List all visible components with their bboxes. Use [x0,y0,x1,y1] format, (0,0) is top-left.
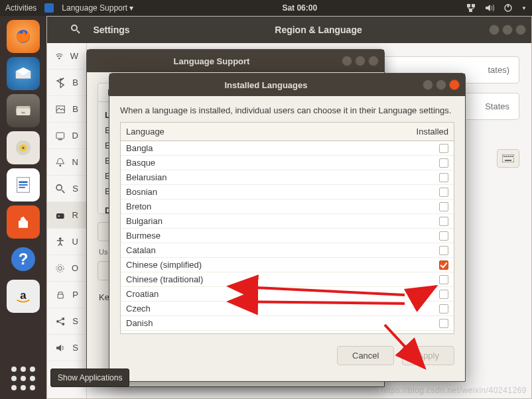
installed-languages-dialog: Installed Languages When a language is i… [109,73,466,382]
dock-rhythmbox-icon[interactable] [7,131,40,164]
dock-files-icon[interactable] [7,94,40,127]
svg-rect-45 [505,160,511,161]
installed-checkbox[interactable] [439,188,448,197]
sidebar-item-label: B [72,78,78,87]
installed-checkbox[interactable] [439,217,448,226]
dropdown-caret-icon: ▼ [521,5,527,11]
language-name: Chinese (simplified) [126,260,439,270]
activities-button[interactable]: Activities [5,3,36,13]
col-installed[interactable]: Installed [417,127,448,137]
dlg-close-button[interactable] [449,80,460,90]
language-row[interactable]: Catalan [121,243,454,258]
sidebar-item-privacy[interactable]: P [47,282,86,308]
sidebar-item-search[interactable]: S [47,176,86,202]
show-applications-button[interactable] [7,362,40,395]
svg-rect-41 [505,156,507,157]
sidebar-item-label: R [72,210,78,220]
sidebar-item-universal[interactable]: U [47,229,86,255]
language-list[interactable]: BanglaBasqueBelarusianBosnianBretonBulga… [121,141,454,331]
language-row[interactable]: Croatian [121,287,454,302]
language-row[interactable]: Bosnian [121,185,454,200]
language-row[interactable]: Burmese [121,229,454,243]
sidebar-item-label: W [70,51,78,61]
svg-rect-14 [19,184,27,186]
installed-checkbox[interactable] [439,246,448,255]
search-button[interactable] [70,24,81,36]
sidebar-item-dock[interactable]: D [47,123,86,149]
dock-amazon-icon[interactable]: a [7,280,40,313]
dock-libreoffice-writer-icon[interactable] [7,168,40,201]
apply-button[interactable]: Apply [402,346,454,365]
installed-checkbox[interactable] [439,144,448,153]
sidebar-item-bluetooth[interactable]: B [47,70,86,96]
language-row[interactable]: Chinese (traditional) [121,272,454,287]
minimize-button[interactable] [489,25,499,35]
language-row[interactable]: Basque [121,156,454,170]
installed-checkbox[interactable] [439,275,448,284]
ls-maximize-button[interactable] [355,56,366,66]
language-table: Language Installed BanglaBasqueBelarusia… [120,122,454,334]
network-indicator-icon[interactable] [466,3,476,13]
watermark: https://blog.csdn.net/weixin/40241269 [381,386,527,395]
sidebar-item-wifi[interactable]: W [47,43,86,70]
app-menu[interactable]: Language Support ▾ [62,3,133,13]
sidebar-item-online[interactable]: O [47,255,86,282]
language-row[interactable]: Breton [121,200,454,214]
power-indicator-icon[interactable] [503,3,513,13]
installed-checkbox[interactable] [439,290,448,299]
app-menu-icon [44,3,54,13]
svg-rect-39 [502,154,514,162]
installed-checkbox[interactable] [439,260,448,270]
sidebar-item-background[interactable]: B [47,96,86,123]
svg-rect-17 [21,217,23,221]
svg-point-32 [56,264,64,272]
language-row[interactable]: Belarusian [121,170,454,185]
dock-firefox-icon[interactable] [7,20,40,53]
panel-title: Region & Language [153,25,484,35]
svg-rect-42 [507,156,509,157]
cancel-button[interactable]: Cancel [337,346,394,365]
language-row[interactable]: Bulgarian [121,214,454,229]
sidebar-item-label: O [72,263,78,273]
dlg-maximize-button[interactable] [436,80,446,90]
col-language[interactable]: Language [126,127,417,137]
installed-checkbox[interactable] [439,158,448,168]
volume-indicator-icon[interactable] [484,3,495,13]
language-row[interactable]: Bangla [121,141,454,156]
svg-rect-44 [511,156,513,157]
installed-checkbox[interactable] [439,202,448,211]
language-row[interactable]: Danish [121,316,454,331]
close-button[interactable] [515,25,526,35]
dock-software-icon[interactable] [7,205,40,239]
dock-thunderbird-icon[interactable] [7,57,40,90]
dlg-minimize-button[interactable] [423,80,433,90]
installed-checkbox[interactable] [439,304,448,314]
maximize-button[interactable] [502,25,513,35]
sidebar-item-notifications[interactable]: N [47,149,86,176]
svg-point-22 [58,57,60,58]
sidebar-item-region[interactable]: R [47,202,86,229]
language-row[interactable]: Czech [121,302,454,316]
svg-rect-43 [509,156,511,157]
language-name: Croatian [126,289,439,299]
installed-checkbox[interactable] [439,231,448,241]
ls-minimize-button[interactable] [342,56,352,66]
dialog-title: Installed Languages [109,80,423,90]
sidebar-item-sharing[interactable]: S [47,308,86,335]
dock-help-icon[interactable]: ? [7,243,40,276]
svg-rect-0 [467,4,470,7]
svg-point-36 [62,323,64,325]
svg-point-21 [72,25,77,30]
sidebar-item-label: D [72,131,78,141]
installed-checkbox[interactable] [439,319,448,328]
clock[interactable]: Sat 06:00 [141,3,458,13]
svg-text:a: a [20,289,27,302]
language-row[interactable]: Chinese (simplified) [121,258,454,272]
svg-point-30 [59,237,62,240]
sidebar-item-sound[interactable]: S [47,335,86,361]
osk-button[interactable] [497,149,519,168]
ls-close-button[interactable] [368,56,379,66]
language-name: Bulgarian [126,216,439,226]
language-support-titlebar: Language Support [87,50,384,72]
installed-checkbox[interactable] [439,173,448,182]
